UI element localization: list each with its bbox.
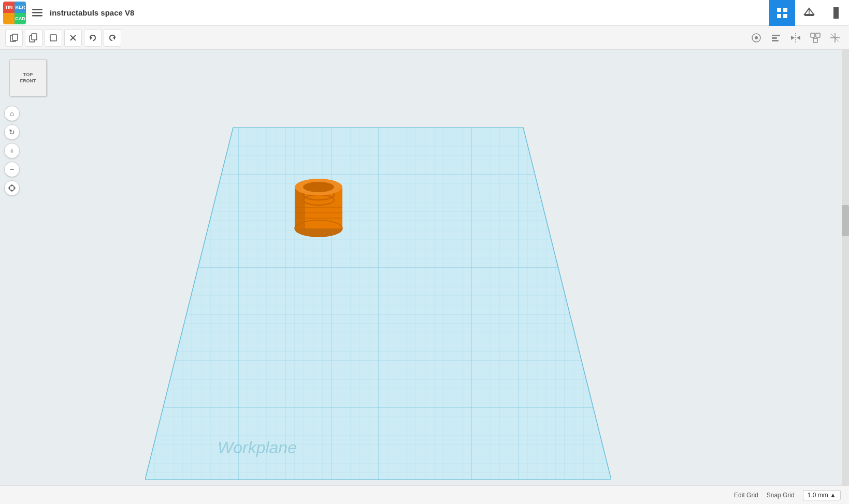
svg-marker-27 — [797, 36, 800, 40]
logo-ker: KER — [15, 2, 26, 13]
zoom-in-button[interactable]: + — [4, 143, 20, 159]
snap-grid-value[interactable]: 1.0 mm ▲ — [803, 490, 841, 500]
fit-button[interactable] — [4, 180, 20, 196]
logo-tin: TIN — [3, 2, 15, 13]
svg-rect-2 — [32, 15, 42, 17]
logo-cad: CAD — [15, 13, 26, 24]
grid-view-button[interactable] — [769, 0, 795, 26]
svg-rect-4 — [783, 8, 787, 12]
more-button[interactable] — [823, 0, 849, 26]
svg-rect-30 — [813, 38, 817, 42]
svg-rect-29 — [816, 33, 820, 37]
svg-point-21 — [755, 36, 758, 39]
tinkercad-logo[interactable]: TIN KER CAD — [3, 2, 26, 24]
snap-tool-button[interactable] — [747, 29, 765, 47]
snap-grid-label: Snap Grid — [767, 492, 795, 499]
workplane-grid — [145, 127, 611, 480]
svg-rect-28 — [811, 33, 815, 37]
svg-rect-10 — [833, 7, 839, 19]
copy-button[interactable] — [25, 29, 42, 47]
bottombar: Edit Grid Snap Grid 1.0 mm ▲ — [0, 485, 849, 504]
svg-rect-1 — [32, 12, 42, 13]
group-tool-button[interactable] — [807, 29, 824, 47]
svg-rect-24 — [772, 40, 779, 41]
svg-rect-5 — [777, 14, 781, 18]
svg-rect-6 — [783, 14, 787, 18]
logo-extra — [3, 13, 15, 24]
left-controls: ⌂ ↻ + − — [4, 106, 20, 196]
svg-point-44 — [303, 182, 334, 192]
svg-rect-3 — [777, 8, 781, 12]
svg-rect-37 — [145, 127, 611, 480]
home-button[interactable]: ⌂ — [4, 106, 20, 121]
symmetry-tool-button[interactable] — [826, 29, 844, 47]
view-cube-top-label: TOP — [23, 72, 33, 77]
duplicate-button[interactable] — [45, 29, 62, 47]
align-tool-button[interactable] — [767, 29, 785, 47]
view-cube[interactable]: TOP FRONT — [9, 59, 47, 96]
svg-rect-15 — [50, 35, 56, 41]
topbar: TIN KER CAD instructabuls space V8 — [0, 0, 849, 26]
copy-in-place-button[interactable] — [5, 29, 23, 47]
delete-button[interactable] — [64, 29, 82, 47]
svg-marker-18 — [90, 36, 92, 40]
main-viewport[interactable]: Workplane TOP FR — [0, 50, 849, 504]
rotate-button[interactable]: ↻ — [4, 124, 20, 140]
zoom-out-button[interactable]: − — [4, 162, 20, 177]
project-title[interactable]: instructabuls space V8 — [50, 8, 769, 17]
right-scrollbar[interactable] — [842, 50, 849, 504]
edit-grid-label[interactable]: Edit Grid — [734, 492, 758, 499]
svg-rect-12 — [12, 34, 18, 40]
toolbar-right — [747, 29, 844, 47]
mirror-tool-button[interactable] — [787, 29, 804, 47]
undo-button[interactable] — [84, 29, 102, 47]
svg-rect-22 — [772, 35, 780, 36]
topbar-right — [769, 0, 849, 26]
build-view-button[interactable] — [796, 0, 822, 26]
view-cube-front-label: FRONT — [20, 78, 36, 83]
3d-object[interactable] — [287, 164, 350, 241]
menu-icon[interactable] — [29, 5, 46, 21]
svg-rect-0 — [32, 9, 42, 10]
svg-marker-26 — [791, 36, 795, 40]
toolbar — [0, 26, 849, 50]
redo-button[interactable] — [104, 29, 121, 47]
svg-marker-19 — [113, 36, 115, 40]
svg-rect-14 — [32, 34, 37, 40]
svg-rect-23 — [772, 37, 777, 39]
